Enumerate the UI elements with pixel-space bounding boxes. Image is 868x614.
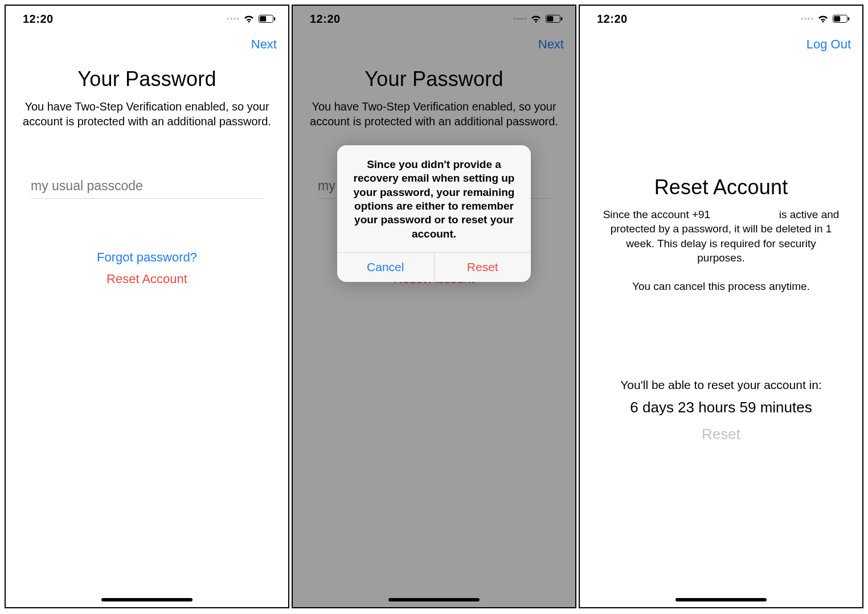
page-title: Your Password [19,67,275,91]
status-bar: 12:20 [580,6,862,32]
reset-alert: Since you didn't provide a recovery emai… [337,145,531,282]
content: Your Password You have Two-Step Verifica… [6,57,288,286]
battery-icon [833,15,850,23]
alert-message: Since you didn't provide a recovery emai… [349,158,519,241]
status-bar: 12:20 [6,6,288,32]
content: Reset Account Since the account +91 is a… [580,57,862,443]
cellular-icon [227,18,239,20]
home-indicator[interactable] [101,598,193,601]
svg-rect-1 [260,16,266,22]
screen-reset-account: 12:20 Log Out Reset Account Since the ac… [579,5,863,608]
countdown-label: You'll be able to reset your account in: [593,378,849,392]
page-title: Reset Account [593,175,849,199]
nav-bar: Next [6,32,288,57]
alert-cancel-button[interactable]: Cancel [337,253,434,282]
page-description: You have Two-Step Verification enabled, … [19,99,275,129]
page-description: Since the account +91 is active and prot… [593,207,849,265]
modal-backdrop[interactable] [293,6,575,607]
svg-rect-8 [848,17,849,21]
status-time: 12:20 [597,13,628,26]
next-button[interactable]: Next [251,37,277,52]
cancel-note: You can cancel this process anytime. [593,280,849,293]
status-icons [227,14,276,23]
password-hint-input[interactable] [31,178,263,194]
alert-body: Since you didn't provide a recovery emai… [337,145,531,252]
countdown-block: You'll be able to reset your account in:… [593,378,849,443]
screen-password: 12:20 Next Your Password You have Two-St… [5,5,289,608]
forgot-password-link[interactable]: Forgot password? [97,250,197,265]
wifi-icon [243,14,255,23]
countdown-value: 6 days 23 hours 59 minutes [593,399,849,416]
password-field-wrap [31,178,263,199]
alert-actions: Cancel Reset [337,252,531,282]
svg-rect-7 [834,16,840,22]
desc-prefix: Since the account +91 [603,208,711,220]
status-icons [801,14,850,23]
alert-reset-button[interactable]: Reset [434,253,531,282]
log-out-button[interactable]: Log Out [806,37,851,52]
reset-button-disabled: Reset [593,425,849,443]
reset-account-link[interactable]: Reset Account [107,272,187,286]
svg-rect-2 [274,17,275,21]
cellular-icon [801,18,813,20]
battery-icon [259,15,276,23]
wifi-icon [817,14,829,23]
nav-bar: Log Out [580,32,862,57]
status-time: 12:20 [23,13,54,26]
links: Forgot password? Reset Account [19,250,275,286]
screen-password-alert: 12:20 Next Your Password You have Two-St… [292,5,576,608]
home-indicator[interactable] [675,598,767,601]
